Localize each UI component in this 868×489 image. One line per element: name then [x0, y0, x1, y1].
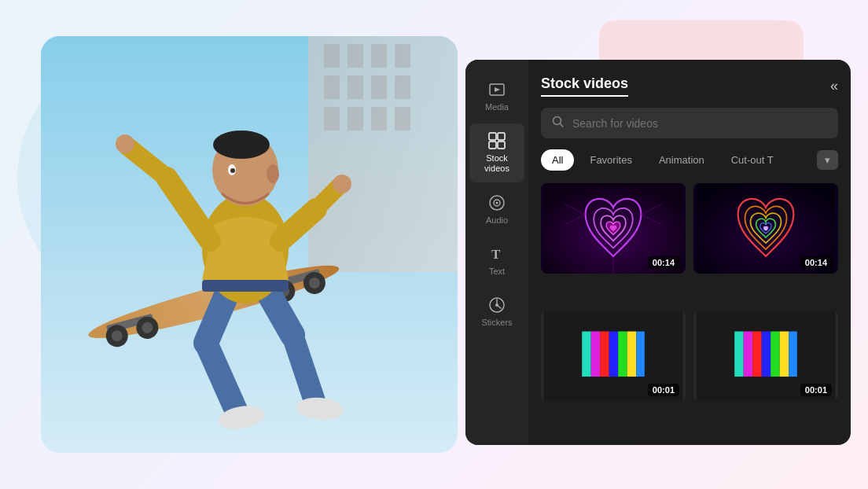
- svg-rect-73: [636, 331, 645, 377]
- sidebar-item-audio[interactable]: Audio: [469, 186, 524, 233]
- search-input[interactable]: [572, 117, 827, 130]
- filter-tab-animation[interactable]: Animation: [648, 149, 715, 171]
- svg-point-36: [116, 134, 134, 153]
- svg-rect-3: [348, 44, 363, 68]
- duration-badge-bars1: 00:01: [648, 384, 679, 396]
- svg-point-42: [267, 164, 279, 183]
- svg-rect-70: [609, 331, 619, 377]
- svg-rect-2: [324, 44, 340, 68]
- svg-point-65: [763, 226, 767, 230]
- sidebar-label-audio: Audio: [486, 215, 508, 226]
- svg-rect-67: [582, 331, 591, 377]
- sidebar-item-media[interactable]: Media: [469, 72, 524, 120]
- skater-image: [41, 36, 458, 453]
- stickers-icon: [487, 296, 506, 314]
- media-icon: [487, 80, 506, 99]
- video-thumb-heart2[interactable]: 00:14: [693, 183, 838, 274]
- stock-videos-icon: [487, 131, 506, 150]
- panel-title: Stock videos: [541, 75, 628, 97]
- sidebar: Media Stockvideos: [465, 60, 528, 445]
- svg-rect-71: [618, 331, 627, 377]
- filter-dropdown[interactable]: ▾: [817, 150, 838, 170]
- video-thumb-bars2[interactable]: 00:01: [693, 311, 838, 401]
- panel-header: Stock videos «: [541, 75, 838, 97]
- photo-container: [41, 36, 458, 453]
- svg-rect-7: [348, 75, 363, 99]
- svg-rect-46: [489, 133, 496, 140]
- text-icon: T: [487, 244, 506, 263]
- svg-rect-48: [489, 142, 496, 149]
- duration-badge-heart2: 00:14: [800, 256, 832, 269]
- svg-rect-13: [395, 107, 410, 131]
- svg-point-39: [213, 131, 270, 159]
- sidebar-label-text: Text: [489, 267, 505, 277]
- svg-rect-10: [324, 107, 340, 131]
- svg-rect-80: [780, 331, 789, 377]
- search-icon: [552, 116, 565, 131]
- svg-rect-81: [789, 331, 797, 377]
- svg-point-52: [496, 201, 498, 204]
- svg-rect-43: [202, 280, 289, 292]
- sidebar-item-stickers[interactable]: Stickers: [469, 288, 524, 336]
- sidebar-label-media: Media: [485, 102, 509, 112]
- filter-tabs: All Favorites Animation Cut-out T ▾: [541, 149, 838, 171]
- svg-rect-69: [600, 331, 609, 377]
- main-content: Stock videos « All Favorites: [528, 60, 851, 445]
- audio-icon: [487, 193, 506, 212]
- chevron-left-icon: «: [830, 78, 838, 94]
- video-thumb-heart1[interactable]: 00:14: [541, 183, 686, 274]
- duration-badge-bars2: 00:01: [800, 384, 832, 396]
- sidebar-label-stickers: Stickers: [481, 318, 512, 328]
- svg-rect-4: [371, 44, 387, 68]
- video-grid: 00:14: [541, 183, 838, 429]
- svg-rect-6: [324, 75, 340, 99]
- svg-line-57: [561, 124, 564, 127]
- svg-rect-77: [752, 331, 762, 377]
- svg-rect-68: [591, 331, 601, 377]
- close-button[interactable]: «: [830, 78, 838, 94]
- svg-point-55: [495, 303, 498, 307]
- svg-rect-12: [371, 107, 387, 131]
- sidebar-item-text[interactable]: T Text: [469, 237, 524, 285]
- filter-tab-favorites[interactable]: Favorites: [579, 149, 642, 171]
- svg-rect-5: [395, 44, 410, 68]
- svg-rect-75: [734, 331, 744, 377]
- svg-rect-78: [762, 331, 771, 377]
- svg-rect-79: [771, 331, 780, 377]
- search-bar[interactable]: [541, 108, 838, 138]
- scene: Media Stockvideos: [17, 20, 851, 469]
- svg-point-37: [333, 175, 351, 193]
- panel: Media Stockvideos: [465, 60, 851, 445]
- svg-point-41: [230, 168, 235, 173]
- svg-rect-11: [348, 107, 363, 131]
- svg-rect-72: [627, 331, 637, 377]
- svg-rect-8: [371, 75, 387, 99]
- video-thumb-bars1[interactable]: 00:01: [541, 311, 686, 401]
- svg-rect-47: [498, 133, 505, 140]
- filter-tab-all[interactable]: All: [541, 149, 574, 171]
- chevron-down-icon: ▾: [825, 154, 830, 166]
- svg-rect-1: [308, 36, 458, 272]
- sidebar-label-stock-videos: Stockvideos: [484, 153, 509, 174]
- svg-rect-9: [395, 75, 410, 99]
- svg-marker-45: [495, 87, 500, 92]
- filter-tab-cut-out[interactable]: Cut-out T: [720, 149, 785, 171]
- svg-rect-49: [498, 142, 505, 149]
- sidebar-item-stock-videos[interactable]: Stockvideos: [469, 123, 524, 182]
- svg-text:T: T: [491, 247, 501, 262]
- svg-rect-76: [744, 331, 753, 377]
- duration-badge-heart1: 00:14: [648, 256, 679, 269]
